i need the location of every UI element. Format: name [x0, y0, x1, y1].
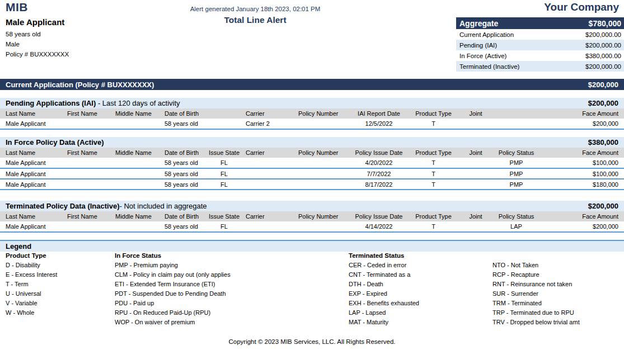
cell-date-of-birth: 58 years old: [159, 179, 208, 190]
pending-subtitle: - Last 120 days of activity: [96, 99, 180, 107]
cell-policy-number: [295, 119, 351, 129]
terminated-section-title: Terminated Policy Data (Inactive)- Not i…: [6, 202, 207, 210]
legend-heading: Terminated Status: [349, 252, 419, 262]
cell-date-of-birth: 58 years old: [159, 158, 208, 168]
legend-item: SUR - Surrender: [492, 290, 580, 300]
current-application-band: Current Application (Policy # BUXXXXXXX)…: [0, 79, 624, 90]
aggregate-row-pending: Pending (IAI) $200,000.00: [456, 40, 624, 50]
aggregate-row-label: In Force (Active): [459, 53, 506, 59]
applicant-age: 58 years old: [6, 31, 41, 37]
cell-joint: [460, 158, 491, 168]
legend-column-terminated-status-2: NTO - Not Taken RCP - Recapture RNT - Re…: [492, 252, 580, 328]
legend-item: DTH - Death: [349, 281, 419, 290]
terminated-data-row: Male Applicant 58 years old FL 4/14/2022…: [0, 221, 624, 232]
terminated-section: Terminated Policy Data (Inactive)- Not i…: [0, 201, 624, 233]
cell-product-type: T: [407, 119, 460, 129]
legend-item: EXP - Expired: [349, 290, 419, 300]
cell-carrier: [240, 179, 295, 190]
column-header: First Name: [62, 211, 110, 221]
applicant-sex: Male: [6, 41, 20, 48]
column-header: Policy Number: [295, 108, 351, 119]
in-force-title: In Force Policy Data (Active): [6, 138, 104, 146]
in-force-amount: $380,000: [588, 138, 618, 146]
cell-iai-report-date: 12/5/2022: [351, 119, 407, 129]
aggregate-row-current-application: Current Application $200,000.00: [456, 29, 624, 40]
legend-item: TRP - Terminated due to RPU: [492, 309, 580, 319]
legend-item: RCP - Recapture: [492, 271, 580, 281]
legend-item: RNT - Reinsurance not taken: [492, 281, 580, 290]
company-name: Your Company: [544, 1, 619, 13]
aggregate-header: Aggregate $780,000: [456, 17, 624, 29]
cell-date-of-birth: 58 years old: [159, 221, 208, 232]
legend-column-in-force-status: In Force Status PMP - Premium paying CLM…: [115, 252, 231, 328]
column-header: Joint: [460, 108, 491, 119]
terminated-table: Last Name First Name Middle Name Date of…: [0, 211, 624, 233]
legend-item: NTO - Not Taken: [492, 262, 580, 271]
column-header: Issue State: [208, 211, 240, 221]
column-header: Date of Birth: [159, 211, 208, 221]
legend-item: RPU - On Reduced Paid-Up (RPU): [115, 309, 231, 319]
column-header: Middle Name: [110, 148, 159, 158]
legend-item: U - Universal: [6, 290, 57, 300]
cell-middle-name: [110, 158, 159, 168]
aggregate-total: $780,000: [589, 19, 621, 28]
column-header: Joint: [460, 211, 491, 221]
cell-joint: [460, 168, 491, 179]
aggregate-row-label: Current Application: [459, 31, 514, 38]
legend-item: ETI - Extended Term Insurance (ETI): [115, 281, 231, 290]
cell-product-type: T: [407, 179, 460, 190]
cell-face-amount: $200,000: [541, 221, 624, 232]
column-header: Carrier: [240, 108, 295, 119]
column-header: IAI Report Date: [351, 108, 407, 119]
column-header: Carrier: [240, 148, 295, 158]
report-page: MIB Alert generated January 18th 2023, 0…: [0, 0, 624, 364]
cell-joint: [460, 221, 491, 232]
aggregate-summary: Aggregate $780,000 Current Application $…: [456, 17, 624, 72]
in-force-data-row: Male Applicant 58 years old FL 4/20/2022…: [0, 158, 624, 168]
pending-applications-section: Pending Applications (IAI) - Last 120 da…: [0, 98, 624, 130]
legend-heading: In Force Status: [115, 252, 231, 262]
pending-section-header: Pending Applications (IAI) - Last 120 da…: [0, 98, 624, 108]
legend-item: V - Variable: [6, 300, 57, 309]
column-header: Joint: [460, 148, 491, 158]
cell-middle-name: [110, 119, 159, 129]
column-header: Policy Issue Date: [351, 211, 407, 221]
column-header: Policy Issue Date: [351, 148, 407, 158]
aggregate-row-value: $200,000.00: [585, 31, 621, 38]
column-header: Product Type: [407, 211, 460, 221]
legend-heading: Product Type: [6, 252, 57, 262]
column-header: Product Type: [407, 108, 460, 119]
cell-middle-name: [110, 221, 159, 232]
aggregate-row-label: Pending (IAI): [459, 42, 497, 49]
column-header: Policy Number: [295, 148, 351, 158]
cell-carrier: [240, 168, 295, 179]
column-header: First Name: [62, 108, 110, 119]
in-force-section-header: In Force Policy Data (Active) $380,000: [0, 137, 624, 148]
cell-date-of-birth: 58 years old: [159, 119, 240, 129]
legend-item: D - Disability: [6, 262, 57, 271]
legend-title: Legend: [6, 242, 31, 250]
in-force-data-row: Male Applicant 58 years old FL 7/7/2022 …: [0, 168, 624, 179]
cell-policy-status: PMP: [491, 179, 541, 190]
column-header: Face Amount: [541, 211, 624, 221]
column-header: First Name: [62, 148, 110, 158]
applicant-name: Male Applicant: [6, 17, 64, 27]
cell-policy-issue-date: 8/17/2022: [351, 179, 407, 190]
aggregate-row-value: $200,000.00: [585, 42, 621, 49]
cell-product-type: T: [407, 168, 460, 179]
cell-first-name: [62, 168, 110, 179]
column-header: Face Amount: [541, 148, 624, 158]
applicant-policy-number: Policy # BUXXXXXXX: [6, 51, 69, 58]
cell-last-name: Male Applicant: [0, 179, 62, 190]
column-header: Middle Name: [110, 108, 159, 119]
in-force-table: Last Name First Name Middle Name Date of…: [0, 148, 624, 190]
cell-product-type: T: [407, 158, 460, 168]
legend-column-product-type: Product Type D - Disability E - Excess I…: [6, 252, 57, 319]
column-header: Policy Number: [295, 211, 351, 221]
legend-item: CNT - Terminated as a: [349, 271, 419, 281]
aggregate-row-in-force: In Force (Active) $380,000.00: [456, 50, 624, 61]
mib-logo: MIB: [6, 1, 28, 14]
current-application-amount: $200,000: [588, 81, 618, 89]
column-header: Last Name: [0, 108, 62, 119]
legend-item: CLM - Policy in claim pay out (only appl…: [115, 271, 231, 281]
